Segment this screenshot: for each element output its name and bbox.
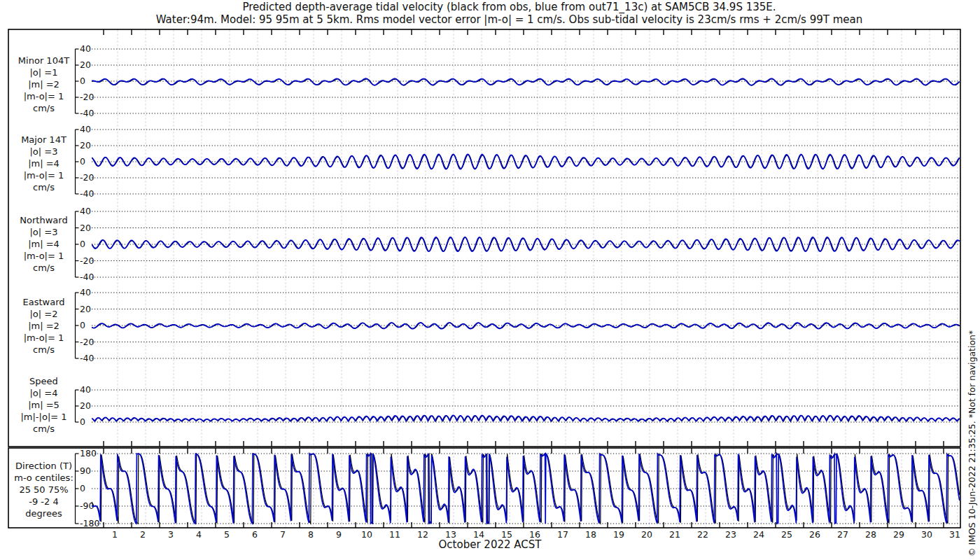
- y-tick-label: 20: [80, 223, 91, 233]
- y-tick-label: 20: [80, 304, 91, 314]
- panel-label-line: -9 -2 4: [10, 496, 78, 507]
- panel-label-line: Speed: [10, 375, 78, 387]
- y-tick-label: 0: [80, 76, 85, 86]
- tidal-velocity-report: { "header": { "title_line1": "Predicted …: [0, 0, 980, 560]
- panel-label-line: Major 14T: [10, 134, 78, 146]
- panel-label-line: |m| =2: [10, 320, 78, 332]
- panel-label-line: Eastward: [10, 296, 78, 308]
- panel-label-line: cm/s: [10, 344, 78, 356]
- panel-label-line: |m-o|= 1: [10, 250, 78, 262]
- panel-label-line: |o| =4: [10, 387, 78, 399]
- y-tick-label: 0: [80, 416, 85, 427]
- panel-label-speed: Speed |o| =4 |m| =5 |m|-|o|= 1 cm/s: [10, 375, 78, 435]
- panel-label-direction: Direction (T) m-o centiles: 25 50 75% -9…: [10, 460, 78, 519]
- y-tick-label: 90: [80, 465, 91, 476]
- panel-label-line: cm/s: [10, 262, 78, 274]
- y-tick-label: 0: [80, 156, 85, 167]
- y-tick-label: 0: [80, 239, 85, 249]
- y-tick-label: -180: [80, 518, 99, 528]
- y-tick-label: 40: [80, 124, 91, 134]
- panel-label-line: |m| =2: [10, 78, 78, 90]
- y-tick-label: 20: [80, 400, 91, 411]
- panel-label-major: Major 14T |o| =3 |m| =4 |m-o|= 1 cm/s: [10, 134, 78, 193]
- y-tick-label: 20: [80, 59, 91, 70]
- panel-label-line: |o| =3: [10, 146, 78, 158]
- panel-label-line: Direction (T): [10, 460, 78, 472]
- y-tick-label: -40: [80, 188, 94, 199]
- panel-label-eastward: Eastward |o| =2 |m| =2 |m-o|= 1 cm/s: [10, 296, 78, 356]
- panel-label-line: cm/s: [10, 181, 78, 193]
- y-tick-label: -20: [80, 337, 94, 347]
- y-tick-label: 0: [80, 320, 85, 330]
- panel-label-minor: Minor 104T |o| =1 |m| =2 |m-o|= 1 cm/s: [10, 55, 78, 114]
- panel-label-line: |m-o|= 1: [10, 169, 78, 181]
- chart-subtitle: Water:94m. Model: 95 95m at 5 5km. Rms m…: [28, 14, 980, 26]
- y-tick-label: 20: [80, 140, 91, 150]
- y-tick-label: -40: [80, 108, 94, 118]
- x-axis-label: October 2022 ACST: [0, 538, 980, 551]
- panel-label-line: Northward: [10, 214, 78, 226]
- panel-label-line: Minor 104T: [10, 55, 78, 66]
- y-tick-label: -20: [80, 172, 94, 183]
- panel-label-line: m-o centiles:: [10, 472, 78, 484]
- panel-label-line: cm/s: [10, 102, 78, 114]
- copyright-watermark: © IMOS 10-Jun-2022 21:35:25. *Not for na…: [967, 330, 977, 556]
- panel-label-line: |m|-|o|= 1: [10, 411, 78, 423]
- panel-label-line: |o| =2: [10, 308, 78, 320]
- panel-label-line: |m-o|= 1: [10, 332, 78, 344]
- y-tick-label: 0: [80, 483, 85, 493]
- y-tick-label: 40: [80, 43, 91, 54]
- chart-title: Predicted depth-average tidal velocity (…: [28, 1, 980, 13]
- panel-label-line: |o| =3: [10, 226, 78, 238]
- panel-label-line: |o| =1: [10, 66, 78, 78]
- panel-label-line: degrees: [10, 507, 78, 519]
- y-tick-label: -40: [80, 272, 94, 282]
- y-tick-label: -20: [80, 255, 94, 266]
- panel-label-line: |m| =5: [10, 399, 78, 411]
- y-tick-label: 180: [80, 448, 97, 458]
- y-tick-label: 40: [80, 206, 91, 216]
- y-tick-label: -20: [80, 92, 94, 102]
- panel-label-line: |m| =4: [10, 158, 78, 169]
- y-tick-label: -40: [80, 353, 94, 363]
- panel-label-line: cm/s: [10, 423, 78, 435]
- panel-label-line: |m| =4: [10, 238, 78, 250]
- tidal-velocity-chart: 40200-20-4040200-20-4040200-20-4040200-2…: [0, 0, 980, 560]
- series-model-speed: [92, 415, 960, 421]
- y-tick-label: 40: [80, 287, 91, 298]
- y-tick-label: 40: [80, 384, 91, 395]
- panel-label-line: |m-o|= 1: [10, 90, 78, 102]
- panel-label-line: 25 50 75%: [10, 484, 78, 496]
- panel-label-northward: Northward |o| =3 |m| =4 |m-o|= 1 cm/s: [10, 214, 78, 274]
